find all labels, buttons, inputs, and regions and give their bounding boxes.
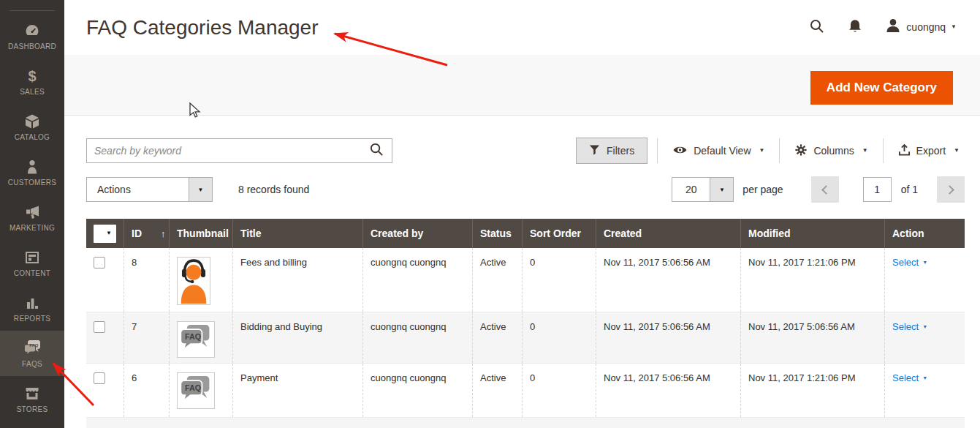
search-submit-button[interactable] [366,142,392,159]
mass-actions-select[interactable]: Actions ▼ [86,177,213,202]
search-input[interactable] [87,140,366,162]
chevron-down-icon: ▼ [922,260,927,265]
filters-label: Filters [607,145,634,157]
next-page-button[interactable] [937,176,965,203]
page-header: FAQ Categories Manager cuongnq [64,0,980,55]
svg-text:FAQ: FAQ [29,343,39,348]
export-label: Export [916,145,946,157]
column-header-id[interactable]: ID ↑ [124,219,170,248]
sidebar-item-label: SALES [20,88,45,96]
stores-icon [24,385,40,402]
main-content: FAQ Categories Manager cuongnq [64,0,980,428]
sidebar-item-label: MARKETING [10,224,55,232]
export-icon [898,143,911,159]
per-page-select[interactable]: 20 ▼ [672,177,734,202]
sidebar-item-sales[interactable]: $ SALES [0,59,64,104]
dashboard-icon [24,22,40,40]
column-header-created[interactable]: Created [596,219,741,248]
toolbar-divider [657,138,658,163]
chevron-right-icon [945,185,954,195]
faq-bubbles-thumbnail: FAQ [177,372,215,409]
grid-actions-row: Actions ▼ 8 records found 20 ▼ per page … [86,177,965,202]
chevron-down-icon: ▼ [922,324,927,329]
svg-text:FAQ: FAQ [185,383,201,392]
columns-button[interactable]: Columns ▼ [789,143,873,159]
page-number-input[interactable] [863,177,892,202]
cell-created: Nov 11, 2017 5:06:56 AM [596,312,741,363]
sidebar-item-label: DASHBOARD [8,42,56,50]
sidebar-item-catalog[interactable]: CATALOG [0,104,64,149]
keyword-search-box [86,138,392,163]
per-page-label: per page [742,184,783,195]
cell-status: Active [473,364,523,417]
filter-funnel-icon [589,144,600,158]
chevron-down-icon: ▼ [951,24,957,30]
faq-categories-table: ▼ ID ↑ Thumbnail Title Created by Status… [86,219,965,428]
cell-sort-order: 0 [523,312,596,363]
total-pages-label: of 1 [901,184,918,195]
columns-label: Columns [813,145,854,157]
cell-title: Payment [233,364,363,417]
column-header-thumbnail[interactable]: Thumbnail [170,219,233,248]
bell-icon [847,18,863,37]
column-header-created-by[interactable]: Created by [363,219,473,248]
cell-modified: Nov 11, 2017 1:21:06 PM [741,364,885,417]
user-name: cuongnq [906,21,946,33]
default-view-label: Default View [694,145,751,157]
sidebar-item-stores[interactable]: STORES [0,376,64,421]
chevron-down-icon: ▼ [189,178,212,201]
cell-created-by: cuongnq cuongnq [363,364,473,417]
previous-page-button[interactable] [811,176,839,203]
row-select-action[interactable]: Select [892,321,919,332]
content-icon [24,249,40,266]
column-header-sort-order[interactable]: Sort Order [523,219,596,248]
column-header-title[interactable]: Title [233,219,363,248]
search-icon [369,142,384,159]
grid-view-controls: Filters Default View ▼ Columns ▼ [576,138,965,164]
cell-created-by: cuongnq cuongnq [363,248,473,312]
row-select-action[interactable]: Select [892,372,919,383]
table-row: 8 [86,248,965,312]
search-icon [809,18,825,37]
faq-icon: FAQ [23,339,41,357]
column-header-modified[interactable]: Modified [741,219,885,248]
cell-modified: Nov 11, 2017 5:06:56 AM [741,312,885,363]
sidebar-item-reports[interactable]: REPORTS [0,285,64,331]
cell-status: Active [473,312,523,363]
page-title: FAQ Categories Manager [86,16,319,40]
sidebar-item-faqs[interactable]: FAQ FAQS [0,331,64,376]
select-all-dropdown[interactable]: ▼ [94,225,116,243]
user-icon [885,18,901,37]
chevron-down-icon: ▼ [922,375,927,380]
sidebar-item-marketing[interactable]: MARKETING [0,195,64,240]
cell-created: Nov 11, 2017 5:06:56 AM [596,364,741,417]
sidebar-item-customers[interactable]: CUSTOMERS [0,149,64,195]
notifications-button[interactable] [847,18,863,37]
filters-button[interactable]: Filters [576,138,647,164]
chevron-down-icon: ▼ [710,178,733,201]
sidebar-item-label: STORES [17,405,48,413]
cell-id: 7 [124,312,170,363]
sidebar-item-content[interactable]: CONTENT [0,240,64,285]
default-view-button[interactable]: Default View ▼ [667,145,770,157]
table-row-partial [86,417,965,428]
toolbar-divider [779,138,780,163]
row-checkbox[interactable] [94,372,105,384]
export-button[interactable]: Export ▼ [893,143,965,159]
table-row: 7 FAQ Bidding and Buying cuongnq cuongnq… [86,312,965,363]
row-select-action[interactable]: Select [892,257,919,268]
user-menu[interactable]: cuongnq ▼ [885,18,957,37]
cell-id: 8 [124,248,170,312]
row-checkbox[interactable] [94,257,105,269]
add-new-category-button[interactable]: Add New Category [810,71,953,105]
cell-status: Active [473,248,523,312]
sidebar-divider [10,10,55,11]
chevron-left-icon [821,185,831,195]
row-checkbox[interactable] [94,321,105,333]
column-header-action[interactable]: Action [885,219,965,248]
global-search-button[interactable] [809,18,825,37]
column-header-status[interactable]: Status [473,219,523,248]
toolbar-divider [883,138,884,163]
sidebar-item-dashboard[interactable]: DASHBOARD [0,13,64,59]
cell-title: Fees and billing [233,248,363,312]
